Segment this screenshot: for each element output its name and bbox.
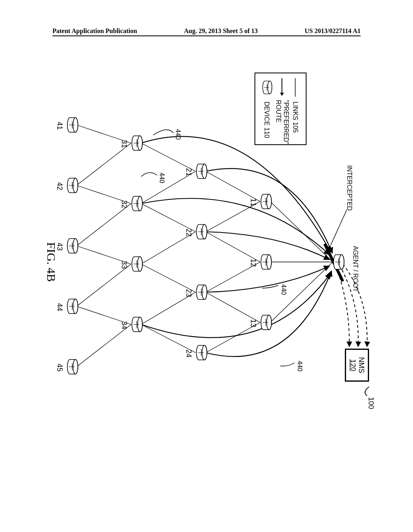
label-33: 33	[120, 261, 128, 269]
nms-title: NMS	[357, 357, 365, 373]
label-32: 32	[120, 200, 128, 208]
label-45: 45	[55, 364, 64, 372]
node-13	[259, 314, 272, 331]
node-42	[65, 177, 79, 194]
svg-line-9	[141, 143, 196, 171]
node-41	[65, 116, 79, 134]
label-44: 44	[55, 303, 64, 311]
node-24	[194, 344, 208, 362]
svg-line-13	[141, 264, 196, 292]
intercepted-label: INTERCEPTED	[346, 165, 353, 211]
label-12: 12	[249, 259, 257, 267]
svg-line-0	[270, 202, 333, 262]
node-31	[129, 134, 143, 152]
node-32	[129, 195, 143, 212]
figure-label: FIG. 4B	[44, 242, 58, 282]
svg-line-19	[77, 204, 131, 246]
label-41: 41	[55, 122, 64, 130]
header-right: US 2013/0227114 A1	[305, 27, 361, 35]
legend: LINKS 105 "PREFERRED" ROUTE DEVICE 110	[254, 73, 307, 145]
label-22: 22	[184, 229, 193, 237]
svg-line-23	[77, 324, 131, 367]
nms-number: 120	[348, 357, 357, 373]
header-center: Aug. 29, 2013 Sheet 5 of 13	[184, 27, 258, 35]
ref-440-lowleft1: 440	[158, 172, 165, 183]
svg-line-11	[141, 204, 196, 232]
legend-arrow-icon	[280, 77, 284, 96]
nms-box: NMS 120	[345, 349, 369, 382]
legend-device-row: DEVICE 110	[261, 77, 273, 140]
legend-line-icon	[294, 77, 296, 98]
node-45	[65, 358, 79, 376]
svg-line-15	[141, 324, 196, 353]
node-21	[194, 162, 208, 180]
legend-route-row: "PREFERRED" ROUTE	[275, 77, 290, 140]
legend-links-text: LINKS 105	[292, 102, 299, 133]
label-42: 42	[55, 182, 64, 190]
node-23	[194, 283, 208, 301]
node-22	[194, 223, 208, 241]
label-24: 24	[184, 349, 193, 357]
label-31: 31	[120, 140, 128, 148]
label-21: 21	[184, 168, 193, 176]
svg-line-5	[206, 232, 260, 262]
node-33	[129, 255, 143, 273]
node-12	[259, 253, 272, 271]
label-23: 23	[184, 289, 193, 297]
svg-line-21	[77, 264, 131, 306]
svg-line-7	[206, 292, 260, 322]
ref-440-mid: 440	[280, 284, 287, 295]
node-34	[129, 316, 143, 333]
legend-links-row: LINKS 105	[292, 77, 299, 140]
agent-root-label: AGENT / ROOT	[352, 246, 359, 292]
node-44	[65, 297, 79, 315]
label-11: 11	[249, 198, 257, 206]
node-11	[259, 193, 272, 210]
label-13: 13	[249, 319, 257, 327]
legend-device-icon	[261, 77, 273, 98]
figure-4b: AGENT / ROOT 11 12 13 21 22 23 24 31 32 …	[28, 105, 391, 419]
svg-line-17	[77, 143, 131, 185]
ref-440-right: 440	[296, 361, 303, 372]
header-left: Patent Application Publication	[52, 27, 137, 35]
svg-line-3	[206, 171, 260, 202]
legend-route-text: "PREFERRED" ROUTE	[275, 100, 290, 144]
ref-440-lowleft2: 440	[174, 129, 181, 140]
page-header: Patent Application Publication Aug. 29, …	[52, 27, 361, 36]
diagram-ref-100: 100	[367, 397, 375, 409]
root-node	[331, 253, 345, 271]
label-34: 34	[120, 321, 128, 329]
node-43	[65, 237, 79, 255]
legend-device-text: DEVICE 110	[263, 102, 270, 138]
